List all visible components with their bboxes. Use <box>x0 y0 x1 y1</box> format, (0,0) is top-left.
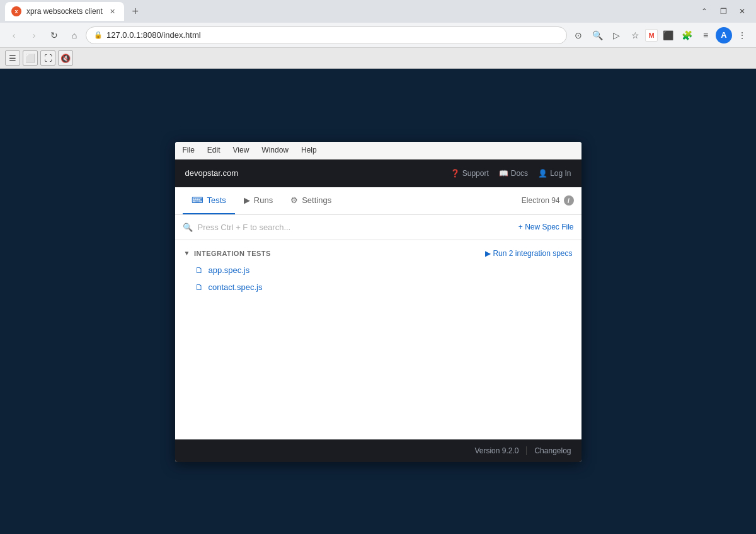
header-actions: ❓ Support 📖 Docs 👤 Log In <box>450 169 571 178</box>
docs-label: Docs <box>511 169 528 178</box>
xpra-mute-button[interactable]: 🔇 <box>58 50 73 66</box>
footer-changelog[interactable]: Changelog <box>534 446 571 455</box>
tab-runs[interactable]: ▶ Runs <box>235 187 282 214</box>
reload-button[interactable]: ↻ <box>45 26 63 44</box>
spec-file-contact[interactable]: 🗋 contact.spec.js <box>175 279 581 296</box>
tab-close-button[interactable]: ✕ <box>108 6 118 16</box>
chevron-icon: ▼ <box>184 250 190 257</box>
star-button[interactable]: ☆ <box>626 26 644 44</box>
maximize-button[interactable]: ❐ <box>714 3 732 20</box>
app-header: devopstar.com ❓ Support 📖 Docs 👤 Log In <box>175 160 581 187</box>
browser-tab[interactable]: x xpra websockets client ✕ <box>5 2 124 21</box>
docs-link[interactable]: 📖 Docs <box>499 169 528 178</box>
gmail-icon[interactable]: M <box>645 29 658 42</box>
profile-avatar[interactable]: A <box>716 27 732 44</box>
tab-tests[interactable]: ⌨ Tests <box>183 187 235 214</box>
menu-file[interactable]: File <box>180 144 197 156</box>
search-icon: 🔍 <box>183 223 193 232</box>
more-button[interactable]: ⋮ <box>733 26 751 44</box>
address-lock-icon: 🔒 <box>94 31 103 39</box>
tab-settings[interactable]: ⚙ Settings <box>282 187 340 214</box>
xpra-window-button[interactable]: ⬜ <box>23 50 38 66</box>
settings-label: Settings <box>302 195 331 205</box>
ext1-button[interactable]: ⬛ <box>659 26 677 44</box>
search-bar: 🔍 Press Ctrl + F to search... + New Spec… <box>175 215 581 240</box>
tests-icon: ⌨ <box>192 195 203 205</box>
integration-header: ▼ INTEGRATION TESTS ▶ Run 2 integration … <box>175 245 581 262</box>
home-button[interactable]: ⌂ <box>66 26 83 44</box>
xpra-fullscreen-button[interactable]: ⛶ <box>40 50 55 66</box>
login-link[interactable]: 👤 Log In <box>538 169 571 178</box>
xpra-menu-button[interactable]: ☰ <box>5 50 20 66</box>
app-menubar: File Edit View Window Help <box>175 142 581 160</box>
electron-label: Electron 94 <box>522 196 560 205</box>
integration-title: ▼ INTEGRATION TESTS <box>184 250 271 257</box>
back-button[interactable]: ‹ <box>5 26 23 44</box>
search-input-wrapper: 🔍 Press Ctrl + F to search... <box>183 223 518 232</box>
electron-info: Electron 94 i <box>522 195 574 206</box>
run-specs-link[interactable]: ▶ Run 2 integration specs <box>485 249 572 258</box>
spec-file-contact-name: contact.spec.js <box>209 282 263 292</box>
address-text: 127.0.0.1:8080/index.html <box>106 30 201 40</box>
file-icon-contact: 🗋 <box>195 282 203 292</box>
cypress-app: File Edit View Window Help devopstar.com… <box>175 142 581 462</box>
app-tabs: ⌨ Tests ▶ Runs ⚙ Settings Electron 94 i <box>175 187 581 215</box>
login-label: Log In <box>550 169 571 178</box>
tests-label: Tests <box>207 195 226 205</box>
ext2-button[interactable]: 🧩 <box>678 26 696 44</box>
app-footer: Version 9.2.0 Changelog <box>175 439 581 462</box>
menu-help[interactable]: Help <box>299 144 319 156</box>
support-link[interactable]: ❓ Support <box>450 169 489 178</box>
tab-title: xpra websockets client <box>26 7 103 16</box>
minimize-button[interactable]: ⌃ <box>696 3 713 20</box>
footer-version: Version 9.2.0 <box>474 446 527 455</box>
runs-icon: ▶ <box>244 195 250 205</box>
integration-title-label: INTEGRATION TESTS <box>194 250 271 257</box>
new-tab-button[interactable]: + <box>127 3 144 20</box>
menu-edit[interactable]: Edit <box>205 144 223 156</box>
login-icon: 👤 <box>538 169 547 178</box>
docs-icon: 📖 <box>499 169 508 178</box>
app-brand: devopstar.com <box>185 168 239 178</box>
close-button[interactable]: ✕ <box>733 3 751 20</box>
support-label: Support <box>462 169 489 178</box>
bookmark-button[interactable]: ⊙ <box>570 26 587 44</box>
menu-window[interactable]: Window <box>259 144 291 156</box>
file-icon-app: 🗋 <box>195 265 203 275</box>
run-specs-label: ▶ Run 2 integration specs <box>485 249 572 258</box>
ext3-button[interactable]: ≡ <box>697 26 714 44</box>
menu-view[interactable]: View <box>231 144 252 156</box>
search-button[interactable]: 🔍 <box>588 26 606 44</box>
tabs-left: ⌨ Tests ▶ Runs ⚙ Settings <box>183 187 341 214</box>
spec-file-app-name: app.spec.js <box>209 265 250 275</box>
new-spec-label: + New Spec File <box>518 223 574 231</box>
xpra-toolbar: ☰ ⬜ ⛶ 🔇 <box>0 48 756 69</box>
address-bar[interactable]: 🔒 127.0.0.1:8080/index.html <box>86 26 567 44</box>
toolbar-actions: ⊙ 🔍 ▷ ☆ M ⬛ 🧩 ≡ A ⋮ <box>570 26 751 44</box>
content-area: File Edit View Window Help devopstar.com… <box>0 69 756 534</box>
spec-file-app[interactable]: 🗋 app.spec.js <box>175 262 581 279</box>
info-icon[interactable]: i <box>564 195 574 206</box>
spec-list: ▼ INTEGRATION TESTS ▶ Run 2 integration … <box>175 240 581 301</box>
support-icon: ❓ <box>450 169 460 178</box>
tab-favicon: x <box>11 6 21 16</box>
new-spec-button[interactable]: + New Spec File <box>518 223 574 231</box>
settings-icon: ⚙ <box>290 195 298 205</box>
spec-content-empty <box>175 301 581 439</box>
search-placeholder[interactable]: Press Ctrl + F to search... <box>198 223 291 232</box>
runs-label: Runs <box>254 195 273 205</box>
window-controls: ⌃ ❐ ✕ <box>696 3 751 20</box>
cast-button[interactable]: ▷ <box>607 26 625 44</box>
forward-button[interactable]: › <box>25 26 43 44</box>
